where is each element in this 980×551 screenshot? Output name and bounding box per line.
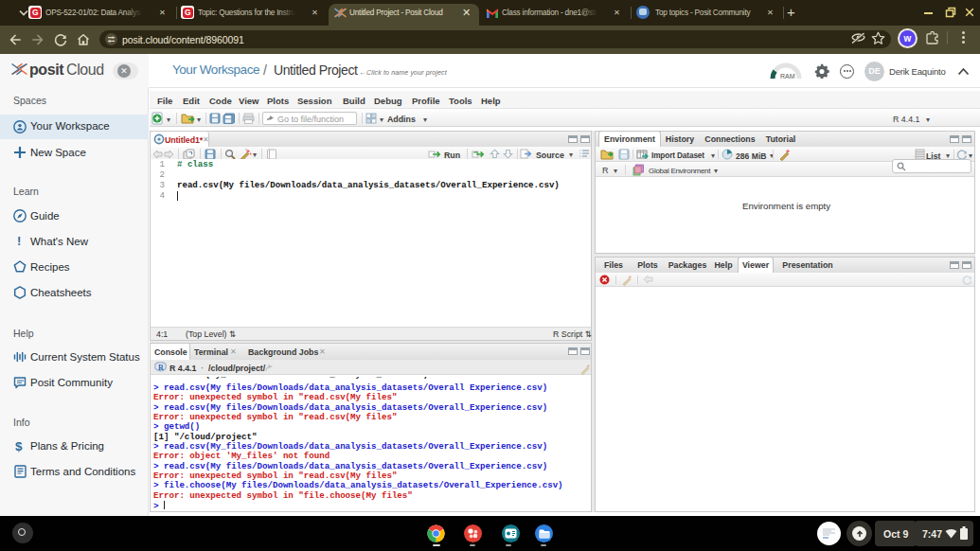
- svg-text:R: R: [158, 364, 164, 372]
- svg-text:RAM: RAM: [780, 73, 795, 80]
